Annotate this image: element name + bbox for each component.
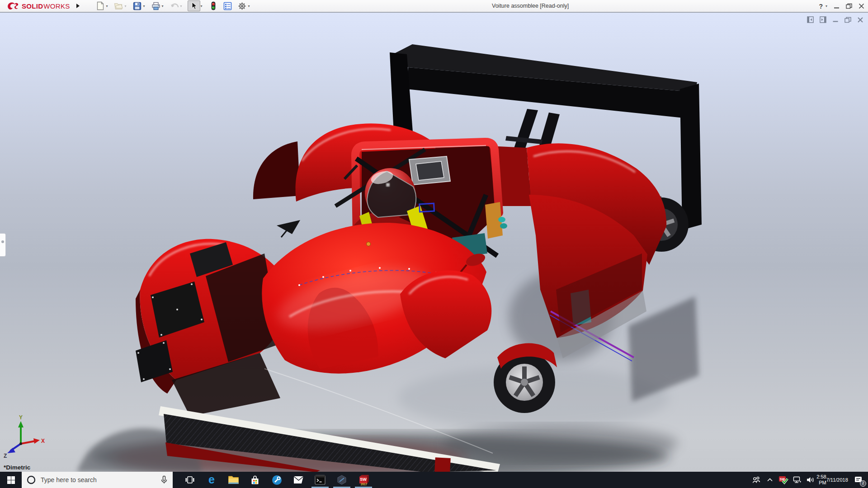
dropdown-arrow-icon[interactable]: ▾ xyxy=(201,4,204,8)
app-titlebar: SOLID WORKS ▾ ▾ ▾ xyxy=(0,0,868,12)
task-view-icon xyxy=(185,475,195,485)
graphics-viewport[interactable]: Y X Z *Dimetric xyxy=(0,12,868,472)
ds-logo-icon xyxy=(6,1,20,10)
dropdown-arrow-icon[interactable]: ▾ xyxy=(143,4,147,8)
microphone-icon[interactable] xyxy=(160,475,168,484)
save-button[interactable]: ▾ xyxy=(132,0,147,11)
mail-icon xyxy=(293,475,304,484)
triad-y-label: Y xyxy=(19,415,23,421)
race-car-3d-model xyxy=(0,13,868,472)
new-document-icon xyxy=(95,0,106,11)
start-button[interactable] xyxy=(0,472,22,488)
doc-minimize-button[interactable] xyxy=(832,17,839,23)
speaker-icon xyxy=(806,476,815,484)
task-view-button[interactable] xyxy=(179,472,201,488)
taskbar-app-mail[interactable] xyxy=(288,472,309,488)
people-button[interactable] xyxy=(750,472,763,488)
cortana-icon xyxy=(26,475,36,485)
close-button[interactable] xyxy=(859,3,864,9)
system-tray: SW 2:5 xyxy=(750,472,868,488)
brand-text-solid: SOLID xyxy=(22,2,43,10)
feature-panel-collapsed-tab[interactable] xyxy=(0,233,6,257)
new-document-button[interactable]: ▾ xyxy=(95,0,110,11)
document-title: Voiture assomblee [Read-only] xyxy=(492,3,569,9)
doc-close-button[interactable] xyxy=(857,17,863,23)
panel-tab-grip-icon xyxy=(1,240,4,243)
open-document-button[interactable]: ▾ xyxy=(113,0,128,11)
svg-text:e: e xyxy=(208,474,215,486)
windows-logo-icon xyxy=(7,476,15,484)
people-icon xyxy=(752,476,761,484)
clock-date: 7/11/2018 xyxy=(826,477,848,483)
tray-solidworks-monitor[interactable]: SW xyxy=(777,472,790,488)
rebuild-button[interactable] xyxy=(208,0,219,11)
viewer-3d-icon xyxy=(336,474,347,485)
taskbar-app-command-prompt[interactable] xyxy=(309,472,331,488)
taskbar-app-store[interactable] xyxy=(244,472,266,488)
doc-restore-button[interactable] xyxy=(844,17,851,23)
select-tool-button[interactable]: ▾ xyxy=(188,0,204,11)
save-icon xyxy=(132,0,143,11)
undo-icon xyxy=(169,0,180,11)
svg-text:SW: SW xyxy=(360,477,367,482)
dropdown-arrow-icon[interactable]: ▾ xyxy=(162,4,165,8)
svg-text:2017: 2017 xyxy=(361,483,368,486)
settings-button[interactable]: ▾ xyxy=(237,0,252,11)
taskbar-app-3d-viewer[interactable] xyxy=(331,472,353,488)
network-button[interactable] xyxy=(790,472,804,488)
display-options-icon xyxy=(222,0,233,11)
triad-z-label: Z xyxy=(4,453,7,458)
search-placeholder: Type here to search xyxy=(41,476,156,483)
brand-text-works: WORKS xyxy=(43,2,70,10)
help-button[interactable]: ? xyxy=(819,3,823,10)
notification-count-badge: 2 xyxy=(860,480,866,487)
dropdown-arrow-icon[interactable]: ▾ xyxy=(125,4,128,8)
microsoft-store-icon xyxy=(250,474,260,485)
settings-gear-icon xyxy=(237,0,248,11)
display-options-button[interactable] xyxy=(222,0,233,11)
network-icon xyxy=(793,476,802,484)
taskbar-clock[interactable]: 2:58 PM 7/11/2018 xyxy=(817,472,849,488)
solidworks-window: SOLID WORKS ▾ ▾ ▾ xyxy=(0,0,868,488)
menu-expand-arrow-icon[interactable] xyxy=(76,4,80,8)
quick-toolbar: ▾ ▾ ▾ ▾ ▾ xyxy=(95,0,255,11)
select-cursor-icon xyxy=(188,0,200,11)
print-button[interactable]: ▾ xyxy=(151,0,165,11)
action-center-button[interactable]: 2 xyxy=(849,472,868,488)
solidworks-tray-icon: SW xyxy=(778,475,788,484)
help-dropdown-arrow-icon[interactable]: ▾ xyxy=(826,4,827,8)
triad-x-label: X xyxy=(41,438,45,444)
open-document-icon xyxy=(113,0,124,11)
edge-icon: e xyxy=(206,474,217,486)
pane-previous-button[interactable] xyxy=(807,16,814,23)
solidworks-brand: SOLID WORKS xyxy=(0,1,70,10)
window-controls: ? ▾ xyxy=(819,0,864,12)
restore-button[interactable] xyxy=(846,3,852,9)
view-orientation-label: *Dimetric xyxy=(4,464,30,471)
taskbar-app-solidworks[interactable]: SW 2017 xyxy=(353,472,374,488)
orientation-triad: Y X Z xyxy=(3,415,46,460)
file-explorer-icon xyxy=(228,475,239,485)
taskbar-app-get-help[interactable] xyxy=(266,472,288,488)
rebuild-traffic-light-icon xyxy=(208,0,219,11)
solidworks-2017-icon: SW 2017 xyxy=(358,474,369,486)
tray-overflow-button[interactable] xyxy=(763,472,777,488)
volume-button[interactable] xyxy=(804,472,817,488)
taskbar-app-edge[interactable]: e xyxy=(201,472,222,488)
command-prompt-icon xyxy=(315,475,326,485)
document-window-controls xyxy=(807,16,863,23)
chevron-up-icon xyxy=(766,476,774,483)
dropdown-arrow-icon[interactable]: ▾ xyxy=(106,4,110,8)
pane-next-button[interactable] xyxy=(820,16,826,23)
search-input[interactable]: Type here to search xyxy=(22,472,173,488)
print-icon xyxy=(151,0,161,11)
help-tools-icon xyxy=(271,474,283,486)
minimize-button[interactable] xyxy=(834,3,840,9)
taskbar-app-file-explorer[interactable] xyxy=(222,472,244,488)
undo-button[interactable]: ▾ xyxy=(169,0,184,11)
clock-time: 2:58 PM xyxy=(816,474,826,486)
dropdown-arrow-icon[interactable]: ▾ xyxy=(180,4,184,8)
windows-taskbar: Type here to search e xyxy=(0,472,868,488)
dropdown-arrow-icon[interactable]: ▾ xyxy=(248,4,252,8)
svg-text:SW: SW xyxy=(780,478,785,481)
